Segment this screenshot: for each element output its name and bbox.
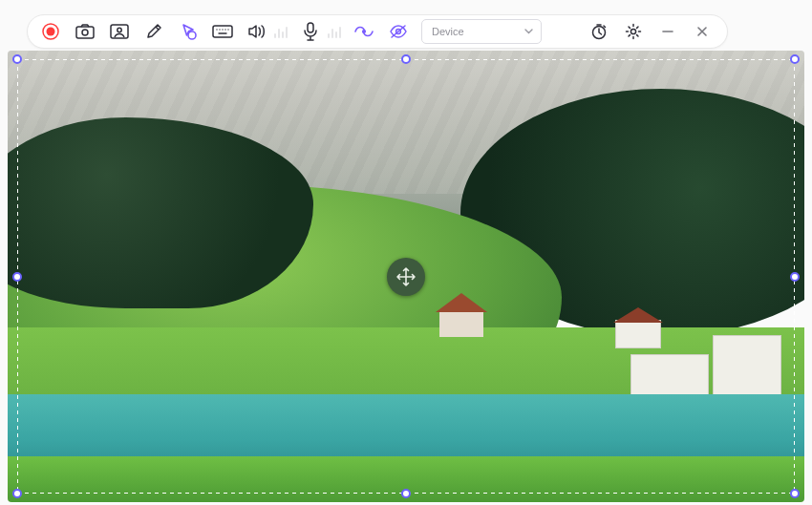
draw-button[interactable] [139,18,169,45]
audio-device-label: Device [432,20,464,43]
gear-icon [625,23,642,40]
svg-point-6 [188,32,196,39]
minimize-icon [661,25,674,38]
selection-handle-left[interactable] [12,272,22,282]
hide-overlay-button[interactable] [383,18,414,45]
screenshot-button[interactable] [70,18,100,45]
settings-button[interactable] [618,18,649,45]
svg-point-15 [362,30,366,33]
svg-point-19 [630,29,635,33]
svg-rect-7 [213,26,232,37]
keyboard-icon [212,25,233,38]
audio-device-select[interactable]: Device [421,19,542,44]
chevron-down-icon [524,29,533,34]
cursor-highlight-button[interactable] [173,18,203,45]
svg-rect-14 [308,23,313,32]
selection-handle-right[interactable] [790,272,800,282]
auto-stop-icon [353,24,374,39]
record-button[interactable] [35,18,66,45]
cursor-highlight-icon [179,22,198,41]
record-icon [42,23,59,40]
selection-handle-top-left[interactable] [12,54,22,64]
selection-handle-bottom-right[interactable] [790,489,800,498]
selection-handle-top-right[interactable] [790,54,800,64]
selection-handle-bottom[interactable] [401,489,411,498]
svg-point-5 [118,28,121,32]
selection-move-handle[interactable] [387,258,425,296]
system-audio-level-icon [274,25,288,38]
keystroke-button[interactable] [207,18,238,45]
microphone-button[interactable] [295,18,326,45]
timer-icon [590,23,608,40]
selection-handle-bottom-left[interactable] [12,489,22,498]
svg-point-3 [82,30,88,35]
recorder-toolbar: Device [27,14,728,49]
svg-point-1 [47,28,55,36]
speaker-icon [247,24,267,39]
auto-stop-button[interactable] [349,18,379,45]
selection-handle-top[interactable] [401,54,411,64]
microphone-icon [304,22,317,41]
pencil-icon [145,23,162,40]
move-icon [395,266,417,287]
system-audio-button[interactable] [242,18,272,45]
camera-icon [75,24,95,39]
selection-marquee[interactable] [17,59,795,494]
webcam-icon [110,24,129,39]
minimize-button[interactable] [652,18,683,45]
eye-off-icon [389,24,408,39]
close-icon [695,25,709,38]
mic-level-icon [328,25,341,38]
timer-button[interactable] [584,18,614,45]
svg-rect-2 [76,27,94,38]
close-button[interactable] [687,18,717,45]
webcam-button[interactable] [104,18,135,45]
